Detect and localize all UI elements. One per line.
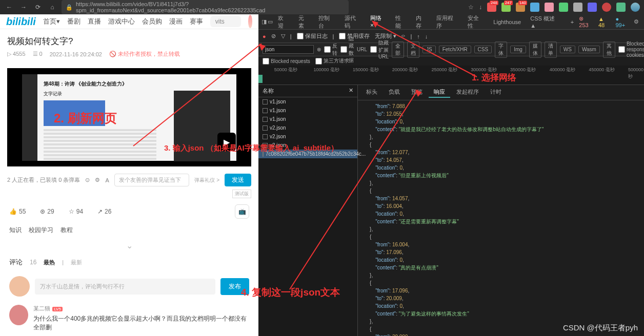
- star-icon[interactable]: ☆: [468, 4, 474, 11]
- fav-button[interactable]: ☆94: [69, 208, 83, 215]
- reload-icon[interactable]: ⟳: [33, 2, 43, 12]
- tag-tutorial[interactable]: 教程: [61, 226, 73, 235]
- name-column[interactable]: 名称: [263, 87, 274, 95]
- danmu-rules[interactable]: 弹幕礼仪 >: [194, 177, 219, 184]
- chip-js[interactable]: JS: [422, 46, 436, 53]
- bilibili-logo[interactable]: bilibili: [6, 16, 36, 28]
- chip-css[interactable]: CSS: [474, 46, 492, 53]
- back-icon[interactable]: ←: [4, 2, 14, 12]
- resp-tab-initiator[interactable]: 发起程序: [451, 87, 484, 98]
- warn-count[interactable]: ▲ 48: [598, 16, 612, 28]
- tab-network[interactable]: 网络 ×: [366, 12, 390, 31]
- ext-icon-6[interactable]: [559, 3, 568, 12]
- file-row[interactable]: v2.json: [258, 132, 357, 141]
- ext-icon-1[interactable]: 248: [487, 3, 496, 12]
- danmu-toggle-icon[interactable]: ⊙: [85, 177, 90, 183]
- nav-shop[interactable]: 会员购: [142, 17, 162, 26]
- tab-elements[interactable]: 元素: [294, 12, 314, 32]
- record-icon[interactable]: ●: [263, 33, 266, 39]
- like-button[interactable]: 👍55: [9, 208, 26, 215]
- download-icon[interactable]: ↓: [479, 4, 482, 11]
- chip-ws[interactable]: WS: [560, 46, 575, 53]
- throttle-select[interactable]: 无限制 ▾: [375, 32, 396, 40]
- comment-send-button[interactable]: 发布: [220, 278, 249, 295]
- coin-button[interactable]: ⊛29: [40, 208, 54, 215]
- ext-icon-8[interactable]: [588, 3, 597, 12]
- expand-icon[interactable]: ⌄: [0, 239, 258, 253]
- tab-welcome[interactable]: 欢迎: [274, 12, 293, 32]
- danmu-settings-icon[interactable]: ⚙: [95, 177, 100, 183]
- resp-tab-headers[interactable]: 标头: [361, 87, 383, 98]
- nav-live[interactable]: 直播: [88, 17, 101, 26]
- comment-input[interactable]: 万水千山总是情，评论两句行不行: [35, 279, 215, 295]
- upload-icon[interactable]: ↑: [417, 33, 420, 39]
- wifi-icon[interactable]: ⌔: [401, 33, 405, 39]
- chip-xhr[interactable]: Fetch/XHR: [439, 46, 471, 53]
- download-har-icon[interactable]: ↓: [425, 33, 428, 39]
- tag-campus[interactable]: 校园学习: [29, 226, 53, 235]
- nav-manga[interactable]: 漫画: [169, 17, 183, 26]
- sort-new[interactable]: 最新: [71, 259, 82, 266]
- video-player[interactable]: 第48期：许涛 《创业能力之创造力》 文字记录 ▶: [7, 68, 251, 166]
- clear-filter-icon[interactable]: ⊗: [317, 47, 321, 52]
- tab-performance[interactable]: 性能: [391, 12, 411, 32]
- chip-manifest[interactable]: 清单: [545, 41, 557, 58]
- tab-css-overview[interactable]: CSS 概述 ▲: [526, 13, 566, 31]
- font-icon[interactable]: A: [105, 177, 109, 183]
- ext-icon-10[interactable]: [616, 3, 626, 12]
- file-row[interactable]: v1.json: [258, 115, 357, 123]
- third-party-checkbox[interactable]: 第三方请求: [315, 57, 349, 65]
- tab-add[interactable]: +: [567, 17, 578, 27]
- nav-anime[interactable]: 番剧: [67, 17, 80, 26]
- invert-checkbox[interactable]: 反转: [324, 43, 337, 57]
- tag-knowledge[interactable]: 知识: [9, 226, 22, 235]
- blocked-cookies-checkbox[interactable]: Blocked response cookies: [618, 41, 644, 58]
- ext-icon-7[interactable]: [573, 3, 582, 12]
- info-count[interactable]: ● 99+: [615, 16, 630, 28]
- sort-hot[interactable]: 最热: [44, 259, 55, 266]
- nav-home[interactable]: 首页▾: [43, 17, 60, 26]
- file-row[interactable]: 7c088202f6e047b75b18fd4cd2b52b2c34c...: [258, 150, 357, 158]
- chip-font[interactable]: 字体: [495, 41, 507, 58]
- forward-icon[interactable]: →: [18, 2, 29, 12]
- chip-doc[interactable]: 文档: [407, 41, 419, 58]
- file-row[interactable]: v2.json: [258, 141, 357, 150]
- filter-toggle-icon[interactable]: ▽: [281, 33, 285, 39]
- ext-icon-5[interactable]: [545, 3, 554, 12]
- network-filter-input[interactable]: [263, 45, 314, 54]
- play-button-icon[interactable]: ▶: [217, 133, 236, 151]
- blocked-req-checkbox[interactable]: Blocked requests: [263, 58, 310, 65]
- nav-game[interactable]: 游戏中心: [108, 17, 135, 26]
- chip-img[interactable]: Img: [510, 46, 526, 53]
- danmu-input[interactable]: 发个友善的弹幕见证当下: [114, 174, 190, 186]
- inspect-icon[interactable]: ◨: [261, 18, 267, 25]
- error-count[interactable]: ⊗ 253: [579, 15, 594, 28]
- share-button[interactable]: ↗26: [97, 208, 111, 215]
- chip-all[interactable]: 全部: [392, 41, 404, 58]
- search-input[interactable]: vits: [210, 16, 241, 27]
- close-list-icon[interactable]: ✕: [349, 87, 353, 95]
- commenter-avatar[interactable]: [9, 305, 28, 325]
- user-avatar[interactable]: [248, 15, 252, 28]
- ext-icon-4[interactable]: [530, 3, 539, 12]
- commenter-name[interactable]: 某二猫LV5: [33, 305, 249, 312]
- response-body[interactable]: "from": 7.088, "to": 12.055, "location":…: [358, 100, 644, 336]
- settings-icon[interactable]: ⚙: [634, 18, 639, 25]
- ext-icon-9[interactable]: [602, 3, 611, 12]
- ext-icon-3[interactable]: 140: [516, 3, 525, 12]
- tab-security[interactable]: 安全性: [464, 12, 488, 32]
- tab-memory[interactable]: 内存: [412, 12, 431, 32]
- resp-tab-payload[interactable]: 负载: [384, 87, 405, 98]
- resp-tab-timing[interactable]: 计时: [485, 87, 507, 98]
- nav-match[interactable]: 赛事: [190, 17, 203, 26]
- ext-icon-2[interactable]: 247: [501, 3, 511, 12]
- mascot-icon[interactable]: 📺: [235, 204, 249, 219]
- chip-other[interactable]: 其他: [603, 41, 615, 58]
- clear-icon[interactable]: ⊘: [271, 33, 276, 39]
- device-icon[interactable]: ▭: [268, 18, 273, 25]
- tab-console[interactable]: 控制台: [314, 12, 339, 32]
- keep-log-checkbox[interactable]: 保留日志: [297, 32, 328, 40]
- file-row[interactable]: v2.json: [258, 123, 357, 132]
- file-row[interactable]: v1.json: [258, 97, 357, 106]
- my-avatar[interactable]: [9, 276, 30, 297]
